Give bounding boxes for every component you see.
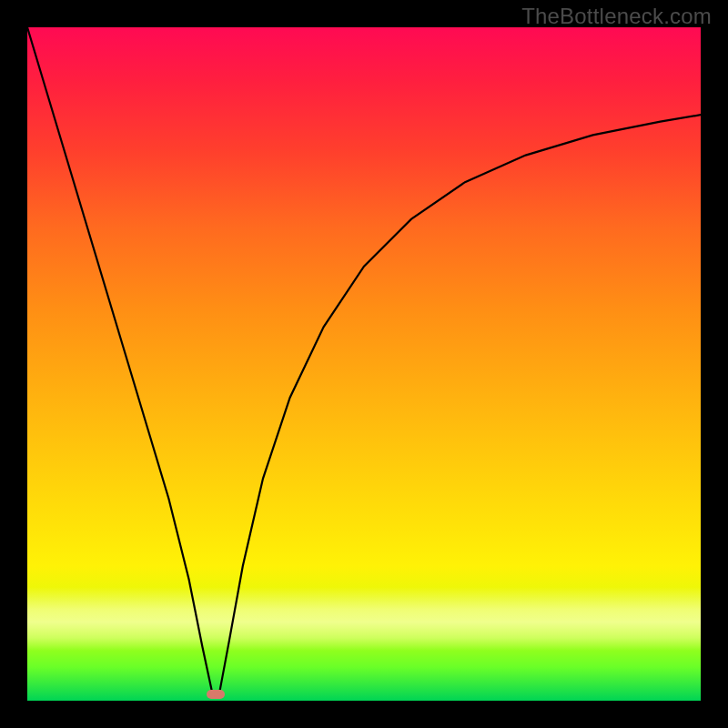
left-branch-path <box>27 27 213 694</box>
chart-frame: TheBottleneck.com <box>0 0 728 728</box>
plot-area <box>27 27 701 701</box>
curve-svg <box>27 27 701 701</box>
min-marker <box>207 690 225 699</box>
right-branch-path <box>219 115 701 693</box>
watermark-text: TheBottleneck.com <box>521 4 712 29</box>
